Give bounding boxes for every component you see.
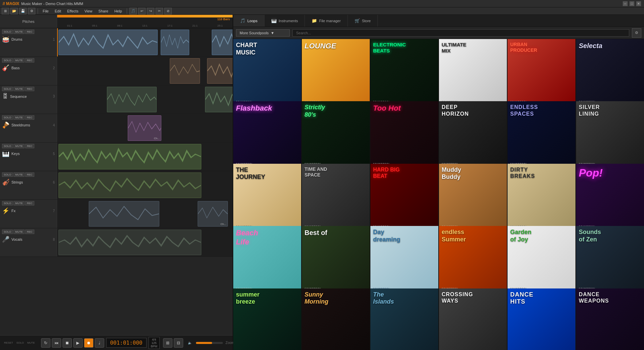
steeldrums-block-1[interactable]: Ch... bbox=[128, 115, 161, 141]
soundpool-card-time-and-space[interactable]: TIME ANDSPACE SOUNDPOOL AMBIENT bbox=[302, 164, 370, 232]
soundpool-card-ultimate-mix[interactable]: ULTIMATEMIX SOUNDPOOL COLLECTION bbox=[439, 39, 507, 107]
mute-label[interactable]: MUTE bbox=[26, 341, 36, 344]
minimize-button[interactable]: ─ bbox=[622, 1, 628, 6]
solo-btn-vocals[interactable]: SOLO bbox=[2, 230, 13, 234]
strings-block-1[interactable] bbox=[58, 172, 201, 198]
solo-btn-bass[interactable]: SOLO bbox=[2, 58, 13, 63]
track-content-fx[interactable]: Ch... bbox=[57, 200, 233, 228]
soundpool-card-pop[interactable]: Pop! SOUNDPOOL CHART HITS bbox=[576, 164, 644, 232]
drums-block-2[interactable] bbox=[161, 30, 189, 55]
mute-btn-vocals[interactable]: MUTE bbox=[13, 230, 25, 234]
soundpool-card-sounds-of-zen[interactable]: Soundsof Zen SOUNDPOOL CHILLOUT bbox=[576, 226, 644, 294]
titlebar-controls[interactable]: ─ □ ✕ bbox=[622, 1, 641, 6]
rec-btn-strings[interactable]: REC bbox=[25, 172, 34, 177]
soundpool-card-dance-weapons[interactable]: DANCEWEAPONS SOUNDPOOL DANCE bbox=[576, 288, 644, 350]
soundpool-card-lounge[interactable]: LOUNGE SOUNDPOOL COLLECTION bbox=[302, 39, 370, 107]
bass-block-1[interactable] bbox=[170, 58, 200, 84]
track-content-strings[interactable] bbox=[57, 171, 233, 199]
soundpool-settings-button[interactable]: ⚙ bbox=[632, 28, 641, 38]
soundpool-card-best-of[interactable]: Best of SOUNDPOOL CHILLOUT bbox=[302, 226, 370, 294]
rec-btn-drums[interactable]: REC bbox=[25, 30, 34, 34]
drums-block-1[interactable] bbox=[58, 30, 158, 55]
soundpool-card-too-hot[interactable]: Too Hot SOUNDPOOL 80s bbox=[370, 101, 438, 169]
undo-button[interactable]: ↩ bbox=[138, 8, 146, 14]
stop-button[interactable]: ⏹ bbox=[63, 338, 72, 348]
soundpool-card-muddy-buddy[interactable]: MuddyBuddy SOUNDPOOL BLUES bbox=[439, 164, 507, 232]
soundpool-card-day-dreaming[interactable]: Daydreaming SOUNDPOOL CHILLOUT bbox=[370, 226, 438, 294]
keys-block-1[interactable] bbox=[58, 144, 201, 169]
mute-btn-fx[interactable]: MUTE bbox=[13, 201, 25, 205]
track-content-steeldrums[interactable]: Ch... bbox=[57, 114, 233, 142]
track-content-sequence[interactable] bbox=[57, 85, 233, 114]
deactivate-button[interactable]: ⊘ bbox=[164, 8, 172, 14]
track-content-keys[interactable] bbox=[57, 143, 233, 171]
menu-edit[interactable]: Edit bbox=[52, 8, 64, 14]
rec-btn-keys[interactable]: REC bbox=[25, 144, 34, 148]
tab-loops[interactable]: 🎵 Loops bbox=[233, 15, 265, 27]
play-button[interactable]: ▶ bbox=[73, 338, 83, 348]
track-content-drums[interactable] bbox=[57, 28, 233, 56]
soundpool-card-sunny-morning[interactable]: SunnyMorning SOUNDPOOL CHILLOUT bbox=[302, 288, 370, 350]
volume-slider[interactable] bbox=[196, 342, 223, 344]
mute-btn-bass[interactable]: MUTE bbox=[13, 58, 25, 63]
seq-block-1[interactable] bbox=[107, 87, 157, 112]
track-content-vocals[interactable] bbox=[57, 228, 233, 257]
soundpool-card-hard-big-beat[interactable]: HARD BIGBEAT SOUNDPOOL BIG BEAT bbox=[370, 164, 438, 232]
menu-file[interactable]: File bbox=[40, 8, 51, 14]
metronome-transport-button[interactable]: ♩ bbox=[95, 338, 104, 348]
soundpool-card-dance-hits[interactable]: DANCEHITS SOUNDPOOL DANCE bbox=[508, 288, 575, 350]
record-button[interactable]: ⏺ bbox=[84, 338, 93, 348]
tab-instruments[interactable]: 🎹 Instruments bbox=[265, 15, 305, 27]
soundpool-card-endless-spaces[interactable]: ENDLESSSPACES SOUNDPOOL AMBIENT bbox=[508, 101, 575, 169]
timeline-ruler[interactable]: 110 Bars 01:1 05:1 09:1 13:1 17:1 21:1 2… bbox=[57, 15, 233, 28]
solo-btn-keys[interactable]: SOLO bbox=[2, 144, 13, 148]
rec-btn-sequence[interactable]: REC bbox=[25, 87, 34, 91]
track-content-bass[interactable] bbox=[57, 57, 233, 85]
soundpool-card-selecta[interactable]: Selecta SOUNDPOOL 2STEP bbox=[576, 39, 644, 107]
soundpool-card-urban-producer[interactable]: URBANPRODUCER SOUNDPOOL COLLECTION bbox=[508, 39, 575, 107]
soundpool-card-the-journey[interactable]: THEJOURNEY SOUNDPOOL AMBIENT bbox=[233, 164, 301, 232]
solo-btn-sequence[interactable]: SOLO bbox=[2, 87, 13, 91]
menu-effects[interactable]: Effects bbox=[65, 8, 81, 14]
maximize-button[interactable]: □ bbox=[629, 1, 635, 6]
cut-button[interactable]: ✂ bbox=[156, 8, 163, 14]
soundpool-card-endless-summer[interactable]: endlessSummer SOUNDPOOL CHILLOUT bbox=[439, 226, 507, 294]
redo-button[interactable]: ↪ bbox=[147, 8, 154, 14]
soundpool-card-deep-horizon[interactable]: DEEPHORIZON SOUNDPOOL AMBIENT bbox=[439, 101, 507, 169]
search-input[interactable] bbox=[292, 29, 629, 37]
fx-block-1[interactable] bbox=[89, 201, 159, 227]
rec-btn-steeldrums[interactable]: REC bbox=[25, 115, 34, 120]
seq-block-2[interactable] bbox=[205, 87, 233, 112]
bass-block-2[interactable] bbox=[207, 58, 233, 84]
soundpool-card-the-islands[interactable]: TheIslands SOUNDPOOL CHILLOUT bbox=[370, 288, 438, 350]
soundpool-card-dirty-breaks[interactable]: DIRTYBREAKS SOUNDPOOL BREAKBEAT bbox=[508, 164, 575, 232]
tab-store[interactable]: 🛒 Store bbox=[348, 15, 378, 27]
mute-btn-keys[interactable]: MUTE bbox=[13, 144, 25, 148]
solo-label[interactable]: SOLO bbox=[15, 341, 25, 344]
mute-btn-sequence[interactable]: MUTE bbox=[13, 87, 25, 91]
menu-icon-magix[interactable]: ⊞ bbox=[2, 8, 9, 14]
soundpool-card-beach-life[interactable]: BeachLife SOUNDPOOL CHILLOUT bbox=[233, 226, 301, 294]
rec-btn-vocals[interactable]: REC bbox=[25, 230, 34, 234]
fx-block-2[interactable]: Ch... bbox=[198, 201, 228, 227]
soundpool-card-strictly-80s[interactable]: Strictly80's SOUNDPOOL 80s bbox=[302, 101, 370, 169]
soundpool-card-summer-breeze[interactable]: summerbreeze SOUNDPOOL CHILLOUT bbox=[233, 288, 301, 350]
save-button[interactable]: 💾 bbox=[19, 8, 27, 14]
solo-btn-strings[interactable]: SOLO bbox=[2, 172, 13, 177]
rec-btn-fx[interactable]: REC bbox=[25, 201, 34, 205]
soundpool-card-electronic-beats[interactable]: ELECTRONICBEATS SOUNDPOOL COLLECTION bbox=[370, 39, 438, 107]
solo-btn-steeldrums[interactable]: SOLO bbox=[2, 115, 13, 120]
soundpool-card-silver-lining[interactable]: SILVERLINING SOUNDPOOL AMBIENT bbox=[576, 101, 644, 169]
snap-button[interactable]: ⊞ bbox=[163, 338, 172, 348]
drums-block-3[interactable] bbox=[212, 30, 233, 55]
mute-btn-strings[interactable]: MUTE bbox=[13, 172, 25, 177]
open-file-button[interactable]: 📂 bbox=[10, 8, 18, 14]
menu-help[interactable]: Help bbox=[112, 8, 125, 14]
nudge-button[interactable]: ⊟ bbox=[174, 338, 183, 348]
soundpool-card-chart-music[interactable]: CHARTMUSIC SOUNDPOOL COLLECTION bbox=[233, 39, 301, 107]
mute-btn-steeldrums[interactable]: MUTE bbox=[13, 115, 25, 120]
tab-file-manager[interactable]: 📁 File manager bbox=[305, 15, 348, 27]
rec-btn-bass[interactable]: REC bbox=[25, 58, 34, 63]
reset-label[interactable]: RESET bbox=[3, 341, 14, 344]
menu-view[interactable]: View bbox=[82, 8, 95, 14]
